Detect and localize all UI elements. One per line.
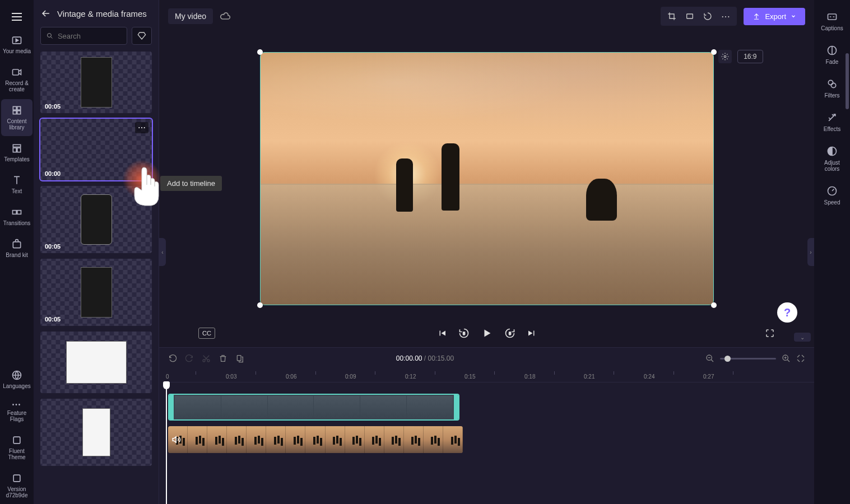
video-preview[interactable] <box>260 52 714 305</box>
effect-clip[interactable] <box>168 394 459 421</box>
nav-record[interactable]: Record & create <box>1 61 32 98</box>
nav-feature-flags[interactable]: ••• Feature Flags <box>1 396 32 428</box>
frame-preview <box>82 408 110 456</box>
prop-speed[interactable]: Speed <box>816 180 848 211</box>
fit-button[interactable] <box>681 9 699 24</box>
collapse-preview[interactable]: ⌄ <box>794 333 811 342</box>
selection-handle[interactable] <box>711 302 717 308</box>
video-clip[interactable] <box>168 426 463 453</box>
audio-icon <box>171 435 182 445</box>
thumbnail-more-button[interactable]: ⋯ <box>135 122 148 133</box>
rotate-button[interactable] <box>699 9 717 24</box>
panel-scrollbar[interactable] <box>846 53 849 109</box>
frame-thumbnail[interactable] <box>40 332 152 393</box>
back-arrow-icon[interactable] <box>40 8 52 19</box>
prop-fade[interactable]: Fade <box>816 39 848 71</box>
fade-icon <box>826 45 838 56</box>
delete-button[interactable] <box>219 354 227 363</box>
undo-button[interactable] <box>168 354 177 363</box>
effect-track[interactable] <box>166 394 814 422</box>
prop-filters[interactable]: Filters <box>816 73 848 104</box>
timeline-toolbar: 00:00.00 / 00:15.00 <box>159 348 814 369</box>
crop-button[interactable] <box>663 9 681 24</box>
nav-languages[interactable]: Languages <box>1 364 32 395</box>
captions-toggle[interactable]: CC <box>198 328 215 339</box>
playhead[interactable] <box>166 382 167 504</box>
forward-button[interactable]: 5 <box>504 328 515 339</box>
svg-rect-10 <box>17 211 21 214</box>
frame-preview <box>66 341 127 384</box>
ruler-tick: 0:27 <box>703 374 714 380</box>
theme-icon <box>11 435 22 446</box>
export-button[interactable]: Export <box>744 8 805 25</box>
zoom-slider[interactable] <box>720 358 776 360</box>
far-left-nav: Your media Record & create Content libra… <box>0 0 34 504</box>
selection-handle[interactable] <box>257 49 263 55</box>
frame-preview <box>81 267 112 318</box>
zoom-fit-button[interactable] <box>796 354 805 363</box>
svg-point-15 <box>47 34 51 38</box>
svg-rect-25 <box>828 14 837 20</box>
svg-text:5: 5 <box>463 332 465 335</box>
selection-handle[interactable] <box>711 49 717 55</box>
search-box[interactable] <box>40 27 127 45</box>
nav-brand-kit[interactable]: Brand kit <box>1 233 32 264</box>
prop-captions[interactable]: Captions <box>816 6 848 37</box>
frame-thumbnail[interactable] <box>40 399 152 466</box>
cloud-sync-icon[interactable] <box>220 11 231 22</box>
ruler-tick: 0:03 <box>226 374 236 380</box>
help-button[interactable]: ? <box>777 302 797 323</box>
nav-text[interactable]: Text <box>1 169 32 200</box>
prop-adjust-colors[interactable]: Adjust colors <box>816 140 848 178</box>
redo-button[interactable] <box>185 354 194 363</box>
aspect-ratio-button[interactable]: 16:9 <box>737 50 763 63</box>
play-button[interactable] <box>481 327 493 339</box>
svg-rect-22 <box>237 356 241 361</box>
prop-label: Effects <box>824 126 840 132</box>
search-icon <box>47 32 53 40</box>
hamburger-menu[interactable] <box>6 6 28 28</box>
rewind-button[interactable]: 5 <box>458 328 470 339</box>
zoom-out-button[interactable] <box>705 354 714 363</box>
ruler-tick: 0 <box>166 374 169 380</box>
timeline-ruler[interactable]: 0 0:03 0:06 0:09 0:12 0:15 0:18 0:21 0:2… <box>166 369 814 382</box>
skip-start-button[interactable] <box>437 328 447 338</box>
nav-templates[interactable]: Templates <box>1 137 32 168</box>
preview-area: 16:9 <box>159 32 814 319</box>
skip-end-button[interactable] <box>527 328 537 338</box>
frame-thumbnail[interactable]: 00:05 <box>40 259 152 326</box>
frame-thumbnail[interactable]: 00:05 <box>40 186 152 253</box>
premium-filter-button[interactable] <box>132 27 152 45</box>
collapse-right-panel[interactable]: › <box>807 238 814 266</box>
nav-label: Text <box>12 188 22 194</box>
nav-label: Transitions <box>3 220 31 226</box>
library-icon <box>11 105 22 116</box>
timeline-tracks[interactable] <box>159 382 814 504</box>
frame-thumbnail[interactable]: 00:05 <box>40 52 152 113</box>
video-title[interactable]: My video <box>168 8 213 24</box>
cut-button[interactable] <box>202 354 211 363</box>
svg-rect-8 <box>17 148 21 152</box>
ruler-tick: 0:24 <box>644 374 654 380</box>
nav-your-media[interactable]: Your media <box>1 29 32 60</box>
preview-settings-button[interactable] <box>718 50 732 63</box>
nav-fluent-theme[interactable]: Fluent Theme <box>1 429 32 466</box>
nav-version[interactable]: Version d72b9de <box>1 467 32 504</box>
split-button[interactable] <box>235 354 244 363</box>
search-input[interactable] <box>58 32 121 40</box>
svg-rect-1 <box>13 69 19 75</box>
thumb-duration: 00:00 <box>45 170 61 177</box>
nav-transitions[interactable]: Transitions <box>1 201 32 232</box>
zoom-in-button[interactable] <box>782 354 791 363</box>
nav-content-library[interactable]: Content library <box>1 99 32 136</box>
more-tools-button[interactable]: ⋯ <box>717 9 735 24</box>
selection-handle[interactable] <box>257 302 263 308</box>
frame-thumbnail-selected[interactable]: ⋯ 00:00 <box>40 119 152 180</box>
fullscreen-button[interactable] <box>765 328 775 338</box>
video-track[interactable] <box>166 426 814 454</box>
gear-icon <box>721 53 729 60</box>
prop-effects[interactable]: Effects <box>816 106 848 138</box>
crop-icon <box>667 12 676 21</box>
nav-label: Templates <box>4 156 30 162</box>
thumbnails-list[interactable]: 00:05 ⋯ 00:00 00:05 00:05 <box>34 52 159 504</box>
